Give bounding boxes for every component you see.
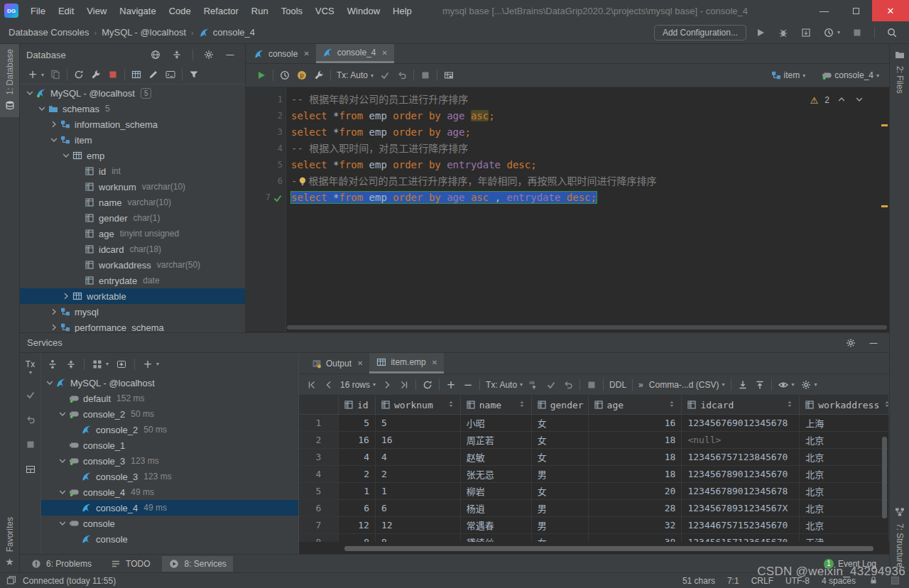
tree-row-idcard[interactable]: idcardchar(18): [20, 241, 245, 257]
tree-row-name[interactable]: namevarchar(10): [20, 195, 245, 210]
cell-id[interactable]: 8: [339, 534, 376, 542]
code-line-2[interactable]: 2select *from emp order by age asc;: [246, 108, 889, 124]
chevron-right-icon[interactable]: [48, 322, 60, 332]
stop-button[interactable]: [849, 26, 866, 40]
cell-age[interactable]: 38: [589, 534, 682, 542]
memory-indicator[interactable]: [891, 577, 899, 584]
menu-file[interactable]: File: [24, 3, 52, 19]
code-line-7[interactable]: 7select *from emp order by age asc , ent…: [246, 190, 889, 206]
search-everywhere-button[interactable]: [883, 26, 900, 40]
menu-navigate[interactable]: Navigate: [113, 3, 162, 19]
view-mode-button[interactable]: [22, 462, 39, 477]
menu-window[interactable]: Window: [341, 3, 386, 19]
cell-workaddress[interactable]: 北京: [800, 432, 889, 448]
delete-row-button[interactable]: −: [459, 378, 477, 392]
panel-settings-button[interactable]: [842, 336, 859, 350]
close-icon[interactable]: ✕: [432, 359, 437, 366]
console-settings-button[interactable]: [310, 68, 327, 82]
tree-row-mysql[interactable]: mysql: [20, 304, 245, 320]
filter-button[interactable]: [185, 67, 202, 82]
new-item-button[interactable]: +▾: [24, 67, 47, 82]
table-row[interactable]: 666杨逍男2812345678931234567X北京: [299, 500, 889, 517]
tree-row-workaddress[interactable]: workaddressvarchar(50): [20, 257, 245, 273]
open-data-button[interactable]: [128, 67, 145, 82]
previous-page-button[interactable]: [320, 378, 337, 392]
chevron-right-icon[interactable]: [48, 307, 60, 317]
cancel-query-button[interactable]: [417, 68, 434, 82]
cell-name[interactable]: 杨逍: [461, 500, 532, 516]
execute-button[interactable]: [253, 68, 270, 82]
stop-button[interactable]: [22, 437, 39, 452]
tree-row-MySQL_-_@localhost[interactable]: MySQL - @localhost5: [20, 85, 245, 101]
code-line-3[interactable]: 3select *from emp order by age;: [246, 124, 889, 141]
caret-position[interactable]: 7:1: [727, 576, 739, 586]
chevron-right-icon[interactable]: [48, 119, 60, 129]
menu-view[interactable]: View: [80, 3, 113, 19]
web-preview-button[interactable]: [147, 48, 164, 62]
collapse-all-button[interactable]: [168, 48, 185, 62]
menu-tools[interactable]: Tools: [275, 3, 309, 19]
line-separator[interactable]: CRLF: [751, 576, 773, 586]
sort-icon[interactable]: [446, 399, 456, 411]
jump-to-console-button[interactable]: [162, 67, 179, 82]
cell-gender[interactable]: 女: [532, 534, 589, 542]
table-row[interactable]: 71212常遇春男32123446757152345670北京: [299, 517, 889, 534]
cell-worknum[interactable]: 4: [376, 449, 461, 465]
error-stripe-mark[interactable]: [881, 205, 888, 207]
cell-gender[interactable]: 男: [532, 500, 589, 516]
menu-vcs[interactable]: VCS: [309, 3, 341, 19]
cell-idcard[interactable]: 123456757123845670: [682, 449, 800, 465]
close-icon[interactable]: ✕: [381, 49, 387, 57]
cell-worknum[interactable]: 8: [376, 534, 461, 542]
tree-row-performance_schema[interactable]: performance_schema: [20, 320, 245, 332]
open-each-in-new-tab-button[interactable]: [113, 357, 130, 371]
tree-row-schemas[interactable]: schemas5: [20, 101, 245, 116]
cell-age[interactable]: 18: [589, 432, 682, 448]
tx-selector[interactable]: Tx: Auto▾: [483, 379, 526, 391]
tab-console[interactable]: console✕: [247, 44, 316, 63]
cell-name[interactable]: 张无忌: [461, 466, 532, 482]
add-configuration-button[interactable]: Add Configuration...: [654, 25, 746, 40]
chevron-down-icon[interactable]: [48, 135, 60, 145]
chevron-down-icon[interactable]: [44, 378, 55, 388]
tree-row-console_3[interactable]: console_3123 ms: [41, 469, 298, 484]
tree-row-entrydate[interactable]: entrydatedate: [20, 273, 245, 288]
cell-worknum[interactable]: 2: [376, 466, 461, 482]
diagnostics-button[interactable]: [87, 67, 104, 82]
tree-row-default[interactable]: default152 ms: [41, 391, 298, 406]
cell-gender[interactable]: 女: [532, 449, 589, 465]
table-row[interactable]: 21616周芷若女18<null>北京: [299, 432, 889, 449]
connection-status[interactable]: Connected (today 11:55): [23, 576, 116, 586]
tree-row-worknum[interactable]: worknumvarchar(10): [20, 179, 245, 195]
tree-row-information_schema[interactable]: information_schema: [20, 116, 245, 132]
grid-settings-button[interactable]: ▾: [798, 378, 820, 392]
table-row[interactable]: 511柳岩女20123456789012345678北京: [299, 483, 889, 500]
cell-name[interactable]: 常遇春: [461, 517, 532, 533]
cell-id[interactable]: 5: [339, 415, 376, 431]
profiler-button[interactable]: ▾: [820, 26, 843, 40]
collapse-all-button[interactable]: [62, 357, 80, 371]
table-row[interactable]: 344赵敏女18123456757123845670北京: [299, 449, 889, 466]
tree-row-age[interactable]: agetinyint unsigned: [20, 226, 245, 241]
cell-workaddress[interactable]: 北京: [800, 466, 889, 482]
maximize-button[interactable]: [840, 0, 872, 21]
tab-item.emp[interactable]: item.emp✕: [369, 353, 444, 374]
breadcrumb-item[interactable]: Database Consoles: [9, 27, 89, 38]
ddl-button[interactable]: DDL: [606, 379, 629, 391]
cell-workaddress[interactable]: 上海: [800, 415, 889, 431]
code-line-6[interactable]: 6-根据年龄对公司的员工进行升序排序，年龄相同，再按照入职时间进行降序排序: [246, 173, 889, 190]
hide-panel-button[interactable]: —: [222, 48, 239, 62]
modify-button[interactable]: [145, 67, 162, 82]
event-log-widget[interactable]: 1 Event Log: [824, 559, 876, 569]
page-size-selector[interactable]: 16 rows▾: [337, 379, 379, 391]
last-page-button[interactable]: [396, 378, 413, 392]
menu-help[interactable]: Help: [386, 3, 418, 19]
tree-row-console_2[interactable]: console_250 ms: [41, 406, 298, 422]
tree-row-emp[interactable]: emp: [20, 148, 245, 163]
close-button[interactable]: ✕: [872, 0, 909, 21]
cell-name[interactable]: 赵敏: [461, 449, 532, 465]
next-page-button[interactable]: [379, 378, 396, 392]
breadcrumb-item[interactable]: console_4: [199, 27, 255, 38]
cell-id[interactable]: 6: [339, 500, 376, 516]
tree-row-console_2[interactable]: console_250 ms: [41, 422, 298, 437]
